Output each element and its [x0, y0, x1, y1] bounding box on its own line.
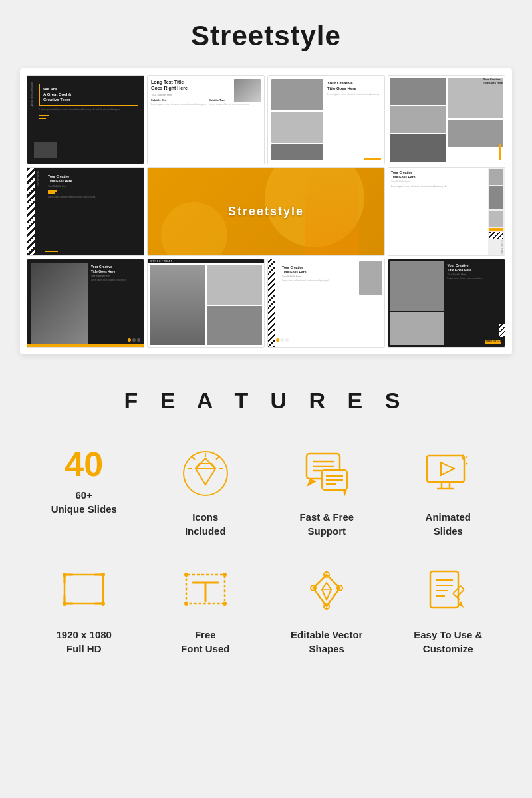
svg-point-40: [223, 602, 227, 606]
feature-customize-label: Easy To Use &Customize: [414, 628, 482, 656]
feature-slides-number: 40: [65, 447, 103, 481]
svg-point-33: [101, 573, 105, 577]
svg-marker-15: [307, 479, 317, 487]
vector-icon: [300, 565, 353, 618]
page-title: Streetstyle: [191, 20, 341, 52]
feature-hd-label: 1920 x 1080Full HD: [57, 628, 112, 656]
feature-icons: IconsIncluded: [148, 447, 263, 538]
feature-icons-label: IconsIncluded: [185, 510, 226, 538]
hd-icon: [57, 565, 110, 618]
video-icon: [422, 447, 475, 500]
feature-vector-label: Editable VectorShapes: [291, 628, 362, 656]
svg-point-34: [63, 602, 66, 606]
feature-animated-label: AnimatedSlides: [426, 510, 471, 538]
font-icon: [179, 565, 232, 618]
svg-rect-48: [430, 571, 458, 608]
diamond-icon: [179, 447, 232, 500]
slide-center-large: Streetstyle: [147, 167, 385, 256]
svg-marker-25: [441, 462, 454, 475]
feature-vector: Editable VectorShapes: [269, 565, 384, 656]
svg-rect-21: [427, 456, 464, 482]
feature-animated: AnimatedSlides: [391, 447, 506, 538]
customize-icon: [422, 565, 475, 618]
svg-marker-20: [343, 490, 347, 497]
svg-point-38: [223, 573, 227, 577]
slide-5: PROPOSED Your CreativeTitle Goes Here Yo…: [27, 167, 144, 256]
features-row-2: 1920 x 1080Full HD FreeFont Used: [13, 565, 519, 656]
svg-point-27: [466, 463, 467, 465]
slide-1: About Our Company We AreA Great Cool &Cr…: [27, 75, 144, 164]
preview-section: About Our Company We AreA Great Cool &Cr…: [20, 68, 512, 354]
svg-point-39: [184, 602, 188, 606]
feature-font-label: FreeFont Used: [181, 628, 229, 656]
svg-point-37: [184, 573, 188, 577]
svg-line-30: [466, 456, 467, 458]
slide-9: Your CreativeTitle Goes Here Your Subtit…: [267, 259, 385, 348]
svg-marker-1: [196, 458, 215, 485]
feature-hd: 1920 x 1080Full HD: [27, 565, 142, 656]
slide-2: Long Text TitleGoes Right Here Your Subt…: [147, 75, 265, 164]
slide-7: Your CreativeTitle Goes Here Your Subtit…: [27, 259, 144, 348]
chat-icon: [300, 447, 353, 500]
features-row-1: 40 60+Unique Slides: [13, 447, 519, 538]
slide-center-text: Streetstyle: [228, 205, 304, 219]
svg-line-7: [216, 457, 219, 460]
features-heading: F E A T U R E S: [124, 388, 408, 414]
slide-8: STREETWEAR: [147, 259, 265, 348]
feature-customize: Easy To Use &Customize: [391, 565, 506, 656]
features-section: F E A T U R E S 40 60+Unique Slides: [13, 388, 519, 682]
svg-point-32: [63, 573, 66, 577]
feature-slides: 40 60+Unique Slides: [27, 447, 142, 538]
feature-support-label: Fast & FreeSupport: [299, 510, 354, 538]
slide-10: Your CreativeTitle Goes Here Your Subtit…: [388, 259, 505, 348]
feature-font: FreeFont Used: [148, 565, 263, 656]
slide-6: Your CreativeTitle Goes Here Your Subtit…: [388, 167, 505, 256]
feature-support: Fast & FreeSupport: [269, 447, 384, 538]
feature-slides-label: 60+Unique Slides: [51, 488, 117, 516]
svg-point-35: [101, 602, 105, 606]
slide-4: Your CreativeTitle Goes Here: [388, 75, 505, 164]
slide-3: Your CreativeTitle Goes Here Lorem ipsum…: [267, 75, 385, 164]
svg-line-9: [192, 457, 195, 460]
svg-rect-31: [65, 575, 103, 604]
